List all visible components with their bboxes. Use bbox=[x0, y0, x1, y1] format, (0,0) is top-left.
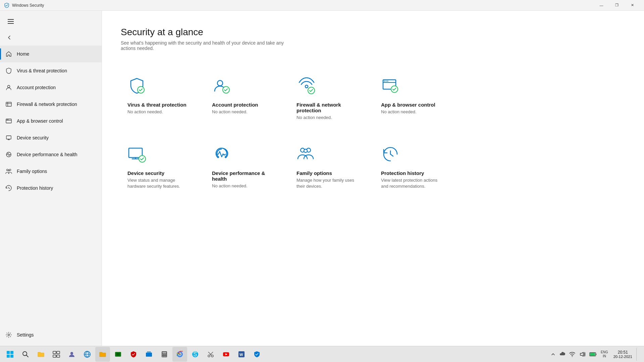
card-firewall-desc: No action needed. bbox=[297, 115, 357, 121]
task-view-button[interactable] bbox=[49, 347, 64, 362]
svg-rect-52 bbox=[53, 351, 56, 354]
svg-rect-55 bbox=[57, 355, 60, 357]
svg-rect-64 bbox=[164, 354, 165, 355]
calculator-icon bbox=[161, 351, 168, 358]
wifi-icon bbox=[569, 352, 575, 357]
card-firewall[interactable]: Firewall & network protection No action … bbox=[290, 67, 364, 127]
back-button[interactable] bbox=[3, 31, 16, 44]
scissors-button[interactable] bbox=[203, 347, 218, 362]
sidebar-item-family[interactable]: Family options bbox=[0, 163, 102, 180]
card-account[interactable]: Account protection No action needed. bbox=[205, 67, 279, 127]
show-desktop-button[interactable] bbox=[636, 348, 639, 361]
card-devicehealth[interactable]: Device performance & health No action ne… bbox=[205, 135, 279, 196]
sidebar-item-home[interactable]: Home bbox=[0, 46, 102, 62]
svg-point-10 bbox=[8, 119, 8, 120]
system-tray: ENG IN 20:51 20-12-2021 bbox=[550, 348, 641, 361]
card-virus[interactable]: Virus & threat protection No action need… bbox=[121, 67, 195, 127]
devicesecurity-icon bbox=[5, 134, 12, 141]
sidebar-item-account[interactable]: Account protection bbox=[0, 79, 102, 96]
battery-tray-icon[interactable] bbox=[588, 348, 598, 361]
svg-line-51 bbox=[26, 355, 28, 357]
svg-rect-59 bbox=[116, 353, 120, 356]
teams-button[interactable] bbox=[64, 347, 79, 362]
card-appbrowser-icon-area bbox=[381, 76, 401, 97]
card-virus-desc: No action needed. bbox=[127, 109, 188, 115]
clock-tray[interactable]: 20:51 20-12-2021 bbox=[611, 350, 635, 359]
svg-rect-65 bbox=[165, 354, 166, 355]
card-firewall-icon-area bbox=[297, 76, 317, 97]
svg-point-56 bbox=[70, 352, 73, 355]
search-taskbar-button[interactable] bbox=[18, 347, 33, 362]
defender-tray-icon bbox=[254, 351, 260, 358]
folder-button[interactable] bbox=[95, 347, 110, 362]
xbox-button[interactable] bbox=[111, 347, 125, 362]
card-devicehealth-icon-area bbox=[212, 145, 232, 165]
close-button[interactable]: ✕ bbox=[625, 0, 640, 11]
devicehealth-card-icon bbox=[212, 145, 231, 164]
sidebar-item-appbrowser[interactable]: App & browser control bbox=[0, 113, 102, 129]
volume-tray-icon[interactable] bbox=[578, 348, 587, 361]
back-icon bbox=[7, 35, 12, 40]
svg-point-23 bbox=[217, 80, 223, 86]
sidebar-item-account-label: Account protection bbox=[17, 85, 56, 90]
card-family[interactable]: Family options Manage how your family us… bbox=[290, 135, 364, 196]
svg-rect-49 bbox=[10, 355, 13, 358]
main-content: Security at a glance See what's happenin… bbox=[102, 11, 644, 346]
sidebar-nav: Home Virus & threat protection bbox=[0, 46, 102, 326]
family-card-icon bbox=[297, 145, 317, 164]
file-explorer-button[interactable] bbox=[34, 347, 48, 362]
devicehealth-icon bbox=[5, 151, 12, 158]
snip-button[interactable] bbox=[142, 347, 156, 362]
card-appbrowser[interactable]: App & browser control No action needed. bbox=[374, 67, 448, 127]
sidebar-item-appbrowser-label: App & browser control bbox=[17, 118, 63, 124]
appbrowser-card-icon bbox=[381, 76, 400, 95]
svg-rect-66 bbox=[162, 356, 163, 357]
defender-tray-button[interactable] bbox=[250, 347, 264, 362]
sidebar-item-devicehealth[interactable]: Device performance & health bbox=[0, 146, 102, 163]
svg-point-26 bbox=[305, 85, 308, 88]
firewall-icon bbox=[5, 101, 12, 108]
defender-button[interactable] bbox=[126, 347, 141, 362]
start-button[interactable] bbox=[3, 347, 17, 362]
card-family-icon-area bbox=[297, 145, 317, 165]
card-account-title: Account protection bbox=[212, 102, 272, 108]
wifi-tray-icon[interactable] bbox=[568, 348, 577, 361]
restore-button[interactable]: ❐ bbox=[609, 0, 625, 11]
card-virus-icon-area bbox=[127, 76, 148, 97]
sidebar-item-settings[interactable]: Settings bbox=[0, 326, 102, 343]
clock-date: 20-12-2021 bbox=[613, 355, 632, 359]
word-button[interactable]: W bbox=[234, 347, 249, 362]
language-tray-indicator[interactable]: ENG IN bbox=[599, 348, 609, 361]
sidebar-item-history-label: Protection history bbox=[17, 185, 53, 191]
region-label: IN bbox=[603, 354, 606, 358]
virus-card-icon bbox=[127, 76, 146, 95]
card-devicesecurity[interactable]: Device security View status and manage h… bbox=[121, 135, 195, 196]
sidebar-item-firewall[interactable]: Firewall & network protection bbox=[0, 96, 102, 113]
svg-rect-68 bbox=[165, 356, 166, 357]
card-family-title: Family options bbox=[297, 170, 357, 176]
snip-icon bbox=[145, 351, 153, 358]
minimize-button[interactable]: — bbox=[594, 0, 609, 11]
svg-point-9 bbox=[7, 119, 7, 120]
menu-toggle-button[interactable] bbox=[3, 15, 19, 28]
file-explorer-icon bbox=[37, 351, 45, 358]
svg-line-45 bbox=[390, 154, 393, 156]
card-history[interactable]: Protection history View latest protectio… bbox=[374, 135, 448, 196]
skype-button[interactable] bbox=[188, 347, 203, 362]
onedrive-tray-icon[interactable] bbox=[558, 348, 567, 361]
youtube-icon bbox=[222, 351, 230, 358]
sidebar-item-history[interactable]: Protection history bbox=[0, 180, 102, 196]
browser-button[interactable] bbox=[80, 347, 95, 362]
sidebar-item-devicesecurity[interactable]: Device security bbox=[0, 129, 102, 146]
youtube-button[interactable] bbox=[219, 347, 233, 362]
title-bar: Windows Security — ❐ ✕ bbox=[0, 0, 644, 11]
sidebar-item-virus[interactable]: Virus & threat protection bbox=[0, 62, 102, 79]
svg-point-50 bbox=[23, 352, 27, 356]
sidebar-item-firewall-label: Firewall & network protection bbox=[17, 102, 77, 107]
svg-rect-47 bbox=[10, 351, 13, 354]
tray-overflow-button[interactable] bbox=[550, 348, 556, 361]
defender-icon bbox=[130, 351, 137, 358]
chrome-button[interactable] bbox=[172, 347, 187, 362]
svg-point-83 bbox=[572, 356, 573, 357]
calculator-button[interactable] bbox=[157, 347, 172, 362]
